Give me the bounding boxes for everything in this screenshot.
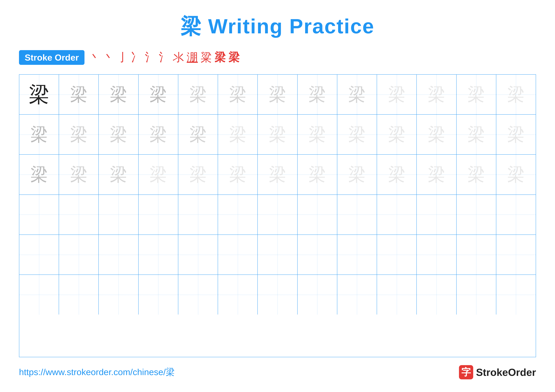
char-display: 梁 [388, 166, 405, 183]
char-display: 梁 [308, 126, 326, 143]
cell-r5-c9[interactable] [337, 235, 377, 275]
cell-r2-c5[interactable]: 梁 [178, 115, 218, 154]
cell-r1-c9[interactable]: 梁 [337, 75, 377, 114]
cell-r1-c1[interactable]: 梁 [19, 75, 59, 114]
cell-r4-c13[interactable] [496, 195, 536, 235]
cell-r2-c10[interactable]: 梁 [377, 115, 417, 154]
cell-r3-c9[interactable]: 梁 [337, 155, 377, 194]
char-display: 梁 [229, 86, 247, 103]
cell-r3-c10[interactable]: 梁 [377, 155, 417, 194]
footer-link[interactable]: https://www.strokeorder.com/chinese/梁 [19, 366, 175, 378]
cell-r2-c9[interactable]: 梁 [337, 115, 377, 154]
cell-r3-c4[interactable]: 梁 [139, 155, 178, 194]
cell-r3-c1[interactable]: 梁 [19, 155, 59, 194]
cell-r2-c2[interactable]: 梁 [59, 115, 99, 154]
cell-r3-c3[interactable]: 梁 [99, 155, 139, 194]
cell-r6-c4[interactable] [139, 275, 178, 314]
cell-r3-c12[interactable]: 梁 [457, 155, 496, 194]
cell-r5-c8[interactable] [298, 235, 337, 275]
cell-r3-c11[interactable]: 梁 [417, 155, 456, 194]
footer-logo-icon: 字 [459, 365, 473, 379]
cell-r2-c7[interactable]: 梁 [258, 115, 297, 154]
cell-r3-c7[interactable]: 梁 [258, 155, 297, 194]
cell-r6-c3[interactable] [99, 275, 139, 314]
cell-r1-c13[interactable]: 梁 [496, 75, 536, 114]
char-display: 梁 [507, 166, 525, 183]
cell-r6-c6[interactable] [218, 275, 258, 314]
cell-r2-c12[interactable]: 梁 [457, 115, 496, 154]
cell-r4-c5[interactable] [178, 195, 218, 235]
cell-r6-c8[interactable] [298, 275, 337, 314]
cell-r6-c10[interactable] [377, 275, 417, 314]
stroke-step-3: 亅 [117, 50, 128, 65]
cell-r4-c12[interactable] [457, 195, 496, 235]
practice-grid: 梁 梁 梁 梁 梁 梁 梁 梁 梁 [19, 74, 536, 357]
cell-r3-c5[interactable]: 梁 [178, 155, 218, 194]
cell-r6-c5[interactable] [178, 275, 218, 314]
cell-r4-c6[interactable] [218, 195, 258, 235]
cell-r5-c1[interactable] [19, 235, 59, 275]
cell-r2-c6[interactable]: 梁 [218, 115, 258, 154]
cell-r4-c11[interactable] [417, 195, 456, 235]
grid-row-3: 梁 梁 梁 梁 梁 梁 梁 梁 梁 [19, 155, 536, 195]
cell-r2-c3[interactable]: 梁 [99, 115, 139, 154]
cell-r5-c7[interactable] [258, 235, 297, 275]
cell-r1-c7[interactable]: 梁 [258, 75, 297, 114]
cell-r2-c11[interactable]: 梁 [417, 115, 456, 154]
cell-r4-c3[interactable] [99, 195, 139, 235]
cell-r1-c4[interactable]: 梁 [139, 75, 178, 114]
cell-r2-c1[interactable]: 梁 [19, 115, 59, 154]
cell-r1-c8[interactable]: 梁 [298, 75, 337, 114]
cell-r5-c6[interactable] [218, 235, 258, 275]
cell-r1-c5[interactable]: 梁 [178, 75, 218, 114]
cell-r3-c13[interactable]: 梁 [496, 155, 536, 194]
char-display: 梁 [428, 86, 445, 103]
cell-r5-c10[interactable] [377, 235, 417, 275]
cell-r1-c3[interactable]: 梁 [99, 75, 139, 114]
cell-r3-c2[interactable]: 梁 [59, 155, 99, 194]
cell-r6-c7[interactable] [258, 275, 297, 314]
cell-r6-c1[interactable] [19, 275, 59, 314]
grid-row-1: 梁 梁 梁 梁 梁 梁 梁 梁 梁 [19, 75, 536, 115]
stroke-step-5: 氵 [145, 50, 156, 65]
char-display: 梁 [388, 86, 405, 103]
cell-r6-c9[interactable] [337, 275, 377, 314]
cell-r5-c3[interactable] [99, 235, 139, 275]
cell-r5-c2[interactable] [59, 235, 99, 275]
cell-r2-c8[interactable]: 梁 [298, 115, 337, 154]
char-display: 梁 [189, 86, 207, 103]
char-display: 梁 [467, 126, 485, 143]
cell-r3-c8[interactable]: 梁 [298, 155, 337, 194]
cell-r4-c7[interactable] [258, 195, 297, 235]
cell-r2-c4[interactable]: 梁 [139, 115, 178, 154]
cell-r2-c13[interactable]: 梁 [496, 115, 536, 154]
cell-r3-c6[interactable]: 梁 [218, 155, 258, 194]
cell-r5-c11[interactable] [417, 235, 456, 275]
cell-r4-c2[interactable] [59, 195, 99, 235]
cell-r1-c6[interactable]: 梁 [218, 75, 258, 114]
char-display: 梁 [150, 86, 167, 103]
cell-r5-c12[interactable] [457, 235, 496, 275]
title-text: Writing Practice [202, 15, 374, 38]
cell-r5-c13[interactable] [496, 235, 536, 275]
cell-r4-c9[interactable] [337, 195, 377, 235]
cell-r6-c12[interactable] [457, 275, 496, 314]
char-display: 梁 [150, 166, 167, 183]
cell-r6-c11[interactable] [417, 275, 456, 314]
cell-r1-c11[interactable]: 梁 [417, 75, 456, 114]
cell-r4-c4[interactable] [139, 195, 178, 235]
cell-r5-c4[interactable] [139, 235, 178, 275]
cell-r4-c10[interactable] [377, 195, 417, 235]
cell-r1-c2[interactable]: 梁 [59, 75, 99, 114]
char-display: 梁 [150, 126, 167, 143]
cell-r5-c5[interactable] [178, 235, 218, 275]
cell-r4-c1[interactable] [19, 195, 59, 235]
char-display: 梁 [348, 126, 366, 143]
cell-r1-c10[interactable]: 梁 [377, 75, 417, 114]
cell-r1-c12[interactable]: 梁 [457, 75, 496, 114]
cell-r6-c13[interactable] [496, 275, 536, 314]
cell-r4-c8[interactable] [298, 195, 337, 235]
stroke-order-row: Stroke Order 丶 丶 亅 冫 氵 氵 氺 淜 粱 梁 梁 [19, 50, 536, 65]
stroke-sequence: 丶 丶 亅 冫 氵 氵 氺 淜 粱 梁 梁 [89, 50, 240, 65]
cell-r6-c2[interactable] [59, 275, 99, 314]
